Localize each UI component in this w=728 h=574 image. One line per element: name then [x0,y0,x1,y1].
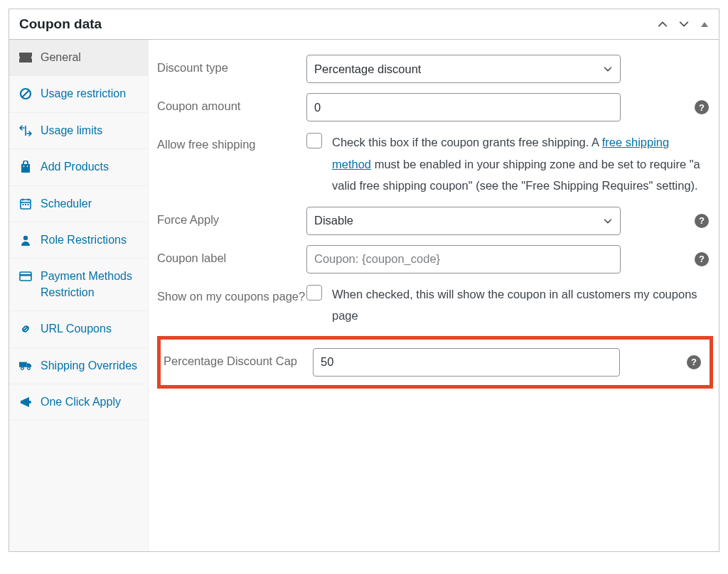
field-force-apply: Force Apply Disable [157,202,713,240]
svg-point-12 [23,236,28,240]
svg-point-4 [27,166,28,167]
percentage-discount-cap-input[interactable] [313,348,620,377]
sidebar-item-label: Role Restrictions [41,232,138,248]
coupon-amount-input[interactable] [306,93,621,121]
show-my-coupons-checkbox[interactable] [306,285,322,300]
svg-point-16 [21,367,24,369]
highlighted-field: Percentage Discount Cap ? [157,336,713,389]
sidebar-item-url-coupons[interactable]: URL Coupons [9,311,148,347]
field-label: Discount type [157,55,306,81]
chevron-down-icon [603,64,613,74]
svg-rect-13 [20,272,31,281]
force-apply-select[interactable]: Disable [306,207,621,235]
ban-icon [19,87,32,100]
bag-icon [19,161,32,173]
user-icon [19,234,32,247]
svg-rect-15 [19,362,27,367]
field-percentage-discount-cap: Percentage Discount Cap ? [164,348,705,377]
select-value: Disable [314,214,353,227]
free-shipping-description: Check this box if the coupon grants free… [332,131,705,197]
sidebar-item-shipping-overrides[interactable]: Shipping Overrides [9,348,148,384]
panel-move-down-icon[interactable] [679,19,689,29]
sidebar-item-label: General [41,50,138,65]
field-coupon-amount: Coupon amount ? [157,88,713,126]
field-free-shipping: Allow free shipping Check this box if th… [157,126,713,202]
sidebar-item-label: Payment Methods Restriction [41,269,138,300]
calendar-icon [19,197,32,210]
coupon-label-input[interactable] [306,245,621,274]
field-label: Coupon amount [157,93,306,119]
field-label: Force Apply [157,207,306,233]
sidebar-item-usage-restriction[interactable]: Usage restriction [9,76,148,112]
svg-point-3 [23,166,25,167]
limits-icon [19,124,32,137]
megaphone-icon [19,396,32,408]
help-icon[interactable]: ? [687,355,701,369]
sidebar-item-scheduler[interactable]: Scheduler [9,186,148,222]
sidebar-item-label: Scheduler [41,196,138,212]
panel-controls [658,19,709,29]
help-icon[interactable]: ? [695,100,709,114]
svg-rect-10 [25,204,26,205]
sidebar-item-add-products[interactable]: Add Products [9,149,148,185]
field-discount-type: Discount type Percentage discount [157,50,713,88]
panel-toggle-icon[interactable] [700,20,709,28]
show-my-coupons-description: When checked, this will show the coupon … [332,283,705,327]
coupon-data-panel: Coupon data [9,9,719,552]
field-label: Percentage Discount Cap [164,348,313,374]
panel-move-up-icon[interactable] [658,19,668,29]
link-icon [19,323,32,335]
svg-point-17 [28,367,31,369]
sidebar-item-label: URL Coupons [41,321,138,337]
svg-point-18 [28,401,31,404]
credit-card-icon [19,270,32,283]
coupon-tabs-sidebar: General Usage restriction [9,40,149,551]
sidebar-item-label: Add Products [41,159,138,175]
svg-rect-9 [23,204,24,205]
sidebar-item-label: Usage limits [41,123,138,139]
ticket-icon [19,51,32,64]
free-shipping-checkbox[interactable] [306,133,322,148]
field-coupon-label: Coupon label ? [157,240,713,278]
sidebar-item-general[interactable]: General [9,40,148,76]
sidebar-item-payment-methods-restriction[interactable]: Payment Methods Restriction [9,259,148,311]
field-show-my-coupons: Show on my coupons page? When checked, t… [157,278,713,332]
sidebar-item-label: One Click Apply [41,394,138,410]
help-icon[interactable]: ? [695,214,709,228]
sidebar-item-label: Shipping Overrides [41,358,138,374]
panel-header: Coupon data [9,9,719,40]
truck-icon [19,359,32,372]
sidebar-item-label: Usage restriction [41,86,138,102]
sidebar-item-one-click-apply[interactable]: One Click Apply [9,384,148,421]
sidebar-item-role-restrictions[interactable]: Role Restrictions [9,222,148,259]
help-icon[interactable]: ? [695,252,709,266]
svg-line-1 [23,91,29,97]
general-tab-content: Discount type Percentage discount [149,40,719,551]
svg-rect-11 [28,204,29,205]
field-label: Allow free shipping [157,131,306,158]
field-label: Coupon label [157,245,306,271]
select-value: Percentage discount [314,63,421,76]
svg-rect-14 [20,274,31,276]
sidebar-item-usage-limits[interactable]: Usage limits [9,113,148,149]
panel-title: Coupon data [19,16,102,32]
discount-type-select[interactable]: Percentage discount [306,55,621,83]
field-label: Show on my coupons page? [157,283,306,310]
chevron-down-icon [603,216,613,226]
